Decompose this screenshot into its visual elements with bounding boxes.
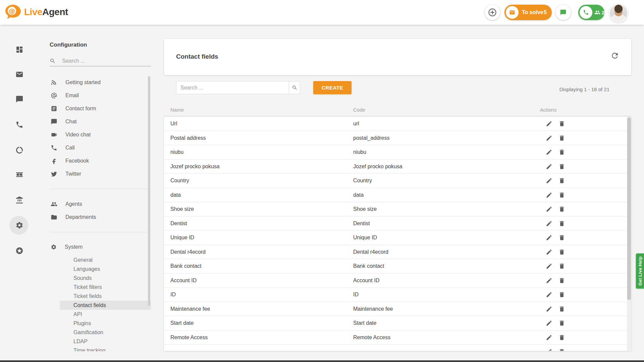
delete-button[interactable] [558,249,565,255]
delete-button[interactable] [558,206,565,213]
create-button[interactable]: CREATE [313,81,352,94]
edit-pencil-icon [546,306,552,312]
sidebar-subitem-contact-fields[interactable]: Contact fields [60,301,151,310]
table-row: Remote AccessRemote Access [164,330,631,345]
mail-icon [509,9,515,15]
delete-button[interactable] [558,334,565,341]
edit-button[interactable] [546,220,552,227]
table-header: Name Code Actions [164,104,631,116]
edit-button[interactable] [546,234,552,241]
rail-item-settings[interactable] [15,221,24,230]
sidebar-item-label: Agents [65,201,82,207]
sidebar-item-label: Chat [65,119,77,125]
refresh-button[interactable] [610,51,619,60]
sidebar-search-input[interactable] [61,58,143,64]
delete-button[interactable] [558,234,565,241]
sidebar-item-system[interactable]: System [50,240,151,253]
sidebar-item-twitter[interactable]: Twitter [50,167,151,180]
sidebar-subitem-plugins[interactable]: Plugins [60,319,151,328]
delete-button[interactable] [558,291,565,298]
delete-button[interactable] [558,192,565,198]
top-bar: @ LiveAgent To solve 5 [0,0,644,25]
delete-button[interactable] [558,306,565,312]
sidebar-item-facebook[interactable]: Facebook [50,154,151,167]
rail-item-bank[interactable] [15,195,24,205]
edit-button[interactable] [546,320,552,326]
sidebar-item-contact-form[interactable]: Contact form [50,102,151,115]
user-avatar[interactable] [609,4,628,22]
rail-item-mail[interactable] [15,70,24,79]
delete-button[interactable] [558,277,565,284]
to-solve-count: 5 [544,9,547,15]
cell-name: data [170,192,181,198]
add-button[interactable] [485,5,500,20]
edit-button[interactable] [546,135,552,141]
edit-button[interactable] [546,177,552,184]
edit-button[interactable] [546,277,552,284]
sidebar-item-email[interactable]: Email [50,89,151,102]
edit-button[interactable] [546,306,552,312]
sidebar-scrollbar[interactable] [148,76,150,306]
sidebar-subitem-ticket-fields[interactable]: Ticket fields [60,292,151,301]
delete-button[interactable] [558,220,565,227]
rail-item-phone[interactable] [15,120,24,129]
twitter-icon [51,171,57,177]
sidebar-subitem-sounds[interactable]: Sounds [60,274,151,283]
sidebar-subitem-api[interactable]: API [60,310,151,319]
sidebar-item-agents[interactable]: Agents [50,197,151,210]
sidebar-item-getting-started[interactable]: Getting started [50,76,151,89]
rail-item-dashboard[interactable] [15,45,24,54]
delete-button[interactable] [558,135,565,141]
edit-button[interactable] [546,348,552,351]
get-live-help-label: Get Live Help [638,256,643,286]
edit-button[interactable] [546,149,552,156]
sidebar-subitem-gamification[interactable]: Gamification [60,328,151,337]
delete-button[interactable] [558,177,565,184]
sidebar-subitem-time-tracking[interactable]: Time tracking [60,346,151,351]
table-search-button[interactable] [289,81,300,94]
edit-button[interactable] [546,263,552,269]
sidebar-subitem-languages[interactable]: Languages [60,264,151,274]
edit-button[interactable] [546,291,552,298]
delete-button[interactable] [558,263,565,269]
get-live-help-tab[interactable]: Get Live Help [636,253,644,289]
sidebar-subitem-ldap[interactable]: LDAP [60,337,151,346]
sidebar-subitem-ticket-filters[interactable]: Ticket filters [60,283,151,292]
edit-button[interactable] [546,163,552,170]
edit-button[interactable] [546,334,552,341]
at-icon [51,92,57,99]
delete-button[interactable] [558,163,565,170]
delete-button[interactable] [558,120,565,127]
sidebar-item-departments[interactable]: Departments [50,210,151,224]
calls-badge[interactable]: 2 [578,5,604,20]
table-row: IDID [164,288,631,302]
table-search-input[interactable] [176,85,289,91]
delete-button[interactable] [558,320,565,326]
table-scrollbar-thumb[interactable] [627,117,631,300]
cell-code: niubu [353,149,366,155]
edit-button[interactable] [546,249,552,255]
edit-button[interactable] [546,120,552,127]
edit-button[interactable] [546,206,552,213]
sidebar-item-chat[interactable]: Chat [50,115,151,128]
delete-trash-icon [558,320,565,326]
edit-pencil-icon [546,277,552,284]
table-scrollbar-track[interactable] [627,117,631,351]
chats-button[interactable] [555,5,571,20]
delete-button[interactable] [558,149,565,156]
to-solve-label: To solve [522,9,543,15]
to-solve-badge[interactable]: To solve 5 [504,5,552,20]
rail-item-contact-card[interactable] [15,170,24,179]
delete-button[interactable] [558,348,565,351]
rail-item-chat[interactable] [15,95,24,104]
edit-button[interactable] [546,192,552,198]
rail-item-stars[interactable] [15,246,24,255]
cell-name: Account ID [170,278,197,284]
rail-item-data-usage[interactable] [15,145,24,155]
cell-code: url [353,121,359,127]
sidebar-item-call[interactable]: Call [50,141,151,154]
liveagent-logo[interactable]: @ LiveAgent [5,4,68,20]
edit-pencil-icon [546,149,552,156]
sidebar-subitem-general[interactable]: General [60,255,151,264]
sidebar-item-video-chat[interactable]: Video chat [50,128,151,141]
